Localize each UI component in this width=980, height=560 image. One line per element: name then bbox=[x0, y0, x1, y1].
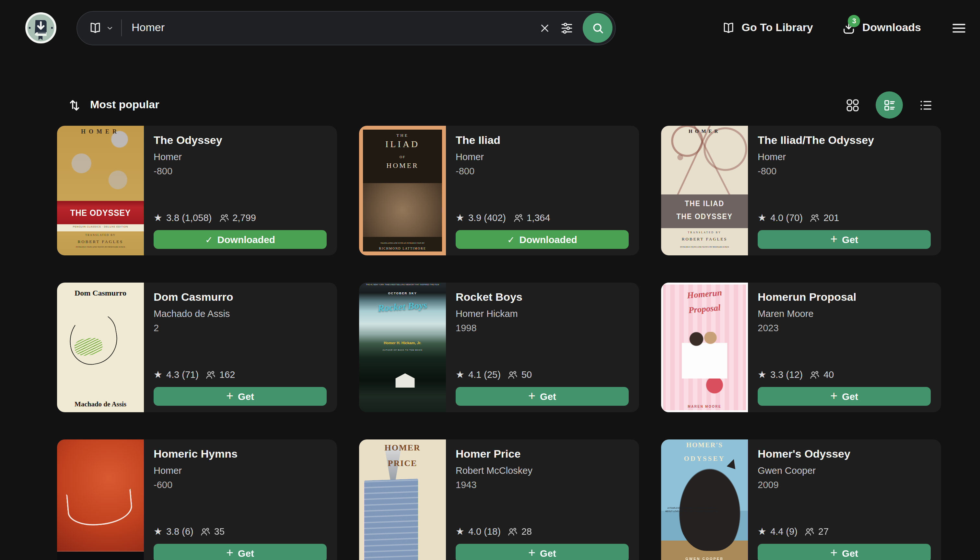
book-card[interactable]: HomerunProposalMAREN MOORE Homerun Propo… bbox=[661, 283, 941, 412]
search-scope-button[interactable] bbox=[88, 21, 121, 35]
book-card[interactable]: HOMERPRICE Homer Price Robert McCloskey … bbox=[359, 440, 639, 560]
cover-text: THE ODYSSEY bbox=[665, 212, 743, 221]
button-label: Get bbox=[842, 548, 858, 559]
book-title: Homeric Hymns bbox=[153, 448, 327, 461]
book-title: Homer Price bbox=[456, 448, 629, 461]
view-list-button[interactable] bbox=[918, 98, 933, 112]
readers-icon bbox=[507, 526, 518, 537]
book-cover: Dom CasmurroMachado de Assis bbox=[57, 283, 144, 412]
cover-text: Rocket Boys bbox=[359, 298, 446, 316]
button-icon bbox=[830, 546, 837, 560]
button-label: Get bbox=[540, 548, 556, 559]
star-icon: ★ bbox=[758, 369, 767, 380]
book-author: Maren Moore bbox=[758, 308, 931, 319]
cover-text: PENGUIN CLASSICS · DELUXE EDITION bbox=[57, 226, 144, 229]
header: Go To Library 3 Downloads bbox=[0, 0, 980, 56]
button-label: Get bbox=[842, 234, 858, 245]
book-rating: 4.0 (70) bbox=[770, 213, 803, 223]
cover-text: THE #1 NEW YORK TIMES BESTSELLING MEMOIR… bbox=[359, 284, 446, 287]
search-submit-button[interactable] bbox=[583, 13, 612, 43]
book-readers-count: 162 bbox=[219, 370, 235, 380]
book-card[interactable]: THEILIADOFHOMERTRANSLATED AND WITH AN IN… bbox=[359, 126, 639, 255]
button-icon bbox=[226, 389, 233, 403]
book-author: Homer Hickam bbox=[456, 308, 629, 319]
book-card-body: Rocket Boys Homer Hickam 1998 ★ 4.1 (25)… bbox=[446, 283, 639, 412]
view-card-list-button[interactable] bbox=[876, 92, 903, 118]
go-to-library-button[interactable]: Go To Library bbox=[722, 21, 813, 35]
book-year: 1998 bbox=[456, 323, 629, 333]
cover-text: ROBERT FAGLES bbox=[57, 239, 144, 244]
book-title: Homerun Proposal bbox=[758, 291, 931, 304]
button-icon bbox=[226, 546, 233, 560]
sort-button[interactable]: Most popular bbox=[67, 98, 159, 112]
readers-icon bbox=[512, 212, 523, 223]
book-grid: HOMERTHE ODYSSEYPENGUIN CLASSICS · DELUX… bbox=[57, 126, 941, 560]
downloaded-button[interactable]: Downloaded bbox=[153, 230, 327, 249]
cover-text: HOMER bbox=[359, 443, 446, 453]
app-logo-icon[interactable] bbox=[25, 12, 57, 44]
downloaded-button[interactable]: Downloaded bbox=[456, 230, 629, 249]
book-year: 1943 bbox=[456, 480, 629, 490]
close-icon bbox=[538, 22, 551, 34]
book-meta: ★ 3.9 (402) 1,364 bbox=[456, 212, 629, 223]
book-cover: HomerunProposalMAREN MOORE bbox=[661, 283, 748, 412]
button-label: Downloaded bbox=[520, 234, 577, 245]
search-divider bbox=[121, 20, 122, 36]
button-icon bbox=[205, 234, 213, 245]
book-rating: 3.9 (402) bbox=[468, 213, 506, 223]
book-card-body: Homeric Hymns Homer -600 ★ 3.8 (6) 35 Ge… bbox=[144, 440, 337, 560]
sort-label: Most popular bbox=[90, 98, 159, 112]
book-meta: ★ 4.4 (9) 27 bbox=[758, 526, 931, 537]
cover-text: HOMER bbox=[661, 128, 748, 134]
get-button[interactable]: Get bbox=[758, 387, 931, 406]
button-label: Downloaded bbox=[217, 234, 275, 245]
get-button[interactable]: Get bbox=[758, 230, 931, 249]
star-icon: ★ bbox=[456, 526, 464, 537]
view-grid-button[interactable] bbox=[845, 98, 860, 112]
chevron-down-icon bbox=[106, 24, 113, 32]
book-card[interactable]: Homeric Hymns Homeric Hymns Homer -600 ★… bbox=[57, 440, 337, 560]
get-button[interactable]: Get bbox=[758, 544, 931, 560]
cover-text: MAREN MOORE bbox=[661, 405, 748, 409]
downloads-label: Downloads bbox=[862, 22, 921, 34]
book-meta: ★ 4.3 (71) 162 bbox=[153, 369, 327, 380]
search-icon bbox=[591, 21, 604, 35]
hamburger-icon bbox=[951, 20, 967, 36]
book-author: Homer bbox=[456, 152, 629, 162]
button-label: Get bbox=[238, 391, 254, 402]
book-card[interactable]: HOMERTHE ODYSSEYPENGUIN CLASSICS · DELUX… bbox=[57, 126, 337, 255]
book-card[interactable]: Dom CasmurroMachado de Assis Dom Casmurr… bbox=[57, 283, 337, 412]
book-cover: HOMERTHE ILIADTHE ODYSSEYTRANSLATED BYRO… bbox=[661, 126, 748, 255]
go-to-library-label: Go To Library bbox=[742, 22, 813, 34]
book-meta: ★ 3.8 (6) 35 bbox=[153, 526, 327, 537]
book-card[interactable]: HOMER'SODYSSEYA FEARLESS FELINE TALE, OR… bbox=[661, 440, 941, 560]
book-readers-count: 50 bbox=[522, 370, 532, 380]
book-readers-count: 28 bbox=[522, 526, 532, 537]
book-card-body: Dom Casmurro Machado de Assis 2 ★ 4.3 (7… bbox=[144, 283, 337, 412]
book-rating: 4.3 (71) bbox=[166, 370, 199, 380]
book-meta: ★ 4.1 (25) 50 bbox=[456, 369, 629, 380]
get-button[interactable]: Get bbox=[153, 387, 327, 406]
get-button[interactable]: Get bbox=[456, 544, 629, 560]
get-button[interactable]: Get bbox=[153, 544, 327, 560]
book-readers-count: 40 bbox=[823, 370, 834, 380]
book-cover: THE #1 NEW YORK TIMES BESTSELLING MEMOIR… bbox=[359, 283, 446, 412]
book-card[interactable]: THE #1 NEW YORK TIMES BESTSELLING MEMOIR… bbox=[359, 283, 639, 412]
readers-icon bbox=[218, 212, 229, 223]
downloads-button[interactable]: 3 Downloads bbox=[842, 20, 921, 35]
button-icon bbox=[507, 234, 515, 245]
book-title: Rocket Boys bbox=[456, 291, 629, 304]
header-actions: Go To Library 3 Downloads bbox=[722, 20, 967, 36]
readers-icon bbox=[804, 526, 815, 537]
search-filters-button[interactable] bbox=[560, 21, 573, 35]
list-view-icon bbox=[918, 98, 933, 112]
menu-button[interactable] bbox=[951, 20, 967, 36]
search-input[interactable] bbox=[132, 22, 531, 34]
book-card[interactable]: HOMERTHE ILIADTHE ODYSSEYTRANSLATED BYRO… bbox=[661, 126, 941, 255]
get-button[interactable]: Get bbox=[456, 387, 629, 406]
book-card-body: Homerun Proposal Maren Moore 2023 ★ 3.3 … bbox=[748, 283, 941, 412]
clear-search-button[interactable] bbox=[531, 22, 559, 34]
cover-text: OCTOBER SKY bbox=[359, 292, 446, 295]
book-year: -800 bbox=[758, 166, 931, 176]
cover-text: THE bbox=[359, 133, 446, 138]
